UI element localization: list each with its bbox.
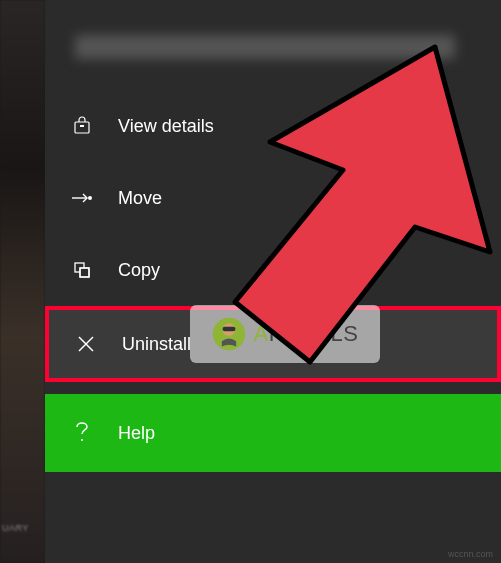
menu-item-copy[interactable]: Copy (45, 234, 501, 306)
menu-title-area (45, 0, 501, 90)
bg-partial-text: UARY (2, 523, 29, 533)
watermark-logo-icon (211, 316, 247, 352)
context-menu-panel: View details Move Copy (45, 0, 501, 563)
copy-icon (70, 258, 94, 282)
watermark-text: APPUALS (253, 321, 358, 347)
question-icon (70, 421, 94, 445)
svg-rect-0 (75, 122, 89, 133)
bag-icon (70, 114, 94, 138)
watermark-badge: APPUALS (190, 305, 380, 363)
background-sidebar: UARY (0, 0, 45, 563)
svg-rect-5 (80, 268, 89, 277)
svg-rect-12 (223, 327, 236, 332)
menu-label: Move (118, 188, 476, 209)
menu-label: Copy (118, 260, 476, 281)
menu-item-help[interactable]: Help (45, 394, 501, 472)
menu-item-move[interactable]: Move (45, 162, 501, 234)
move-icon (70, 186, 94, 210)
menu-title-blurred (75, 35, 455, 59)
footer-watermark: wccnn.com (448, 549, 493, 559)
menu-label: Help (118, 423, 476, 444)
menu-item-view-details[interactable]: View details (45, 90, 501, 162)
close-icon (74, 332, 98, 356)
svg-point-3 (88, 196, 92, 200)
svg-rect-1 (80, 125, 84, 127)
menu-label: View details (118, 116, 476, 137)
svg-point-9 (81, 439, 83, 441)
